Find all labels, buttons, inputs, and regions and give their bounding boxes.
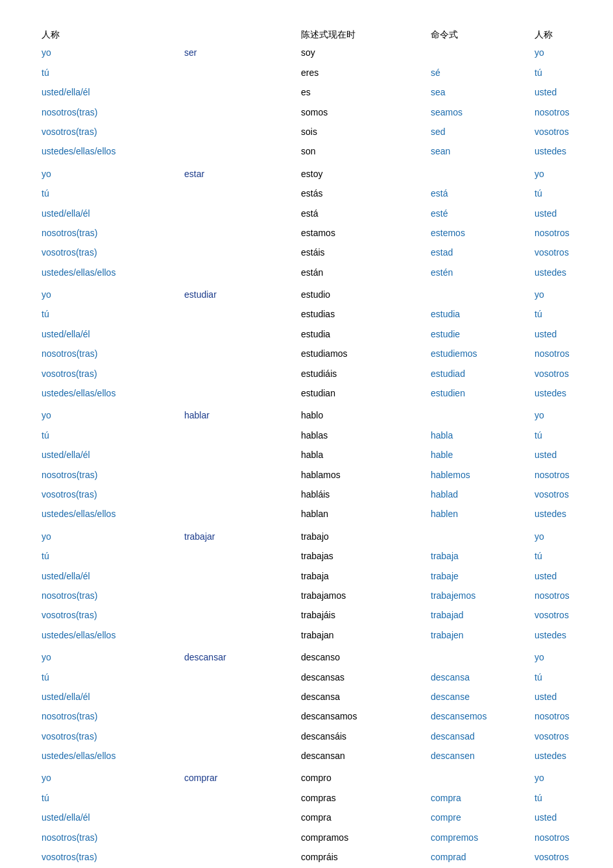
verb-name: hablar [182, 407, 298, 424]
irregular-label [39, 402, 182, 404]
pronoun-left: nosotros(tras) [39, 224, 182, 241]
pronoun-right: nosotros [532, 708, 597, 725]
verb-row-1-4: vosotros(tras)estáisestadvosotros [39, 244, 574, 263]
imperative-form: estudiemos [428, 345, 532, 362]
imperative-form: sed [428, 123, 532, 140]
indicative-form: está [298, 205, 428, 222]
verb-name [182, 244, 298, 261]
pronoun-right: tú [532, 427, 597, 444]
pronoun-right: ustedes [532, 747, 597, 764]
verb-row-3-2: usted/ella/élhablahableusted [39, 446, 574, 466]
pronoun-left: tú [39, 427, 182, 444]
pronoun-right: yo [532, 769, 597, 786]
verb-name [182, 306, 298, 322]
verb-name [182, 84, 298, 101]
indicative-form: hablamos [298, 466, 428, 483]
verb-row-0-1: túeressétú [39, 64, 574, 84]
verb-row-4-3: nosotros(tras)trabajamostrabajemosnosotr… [39, 587, 574, 607]
imperative-form: estemos [428, 224, 532, 241]
header-col3: 陈述式现在时 [298, 26, 428, 44]
verb-row-5-5: ustedes/ellas/ellosdescansandescansenust… [39, 747, 574, 767]
pronoun-left: nosotros(tras) [39, 345, 182, 362]
verb-row-3-0: yohablarhabloyo [39, 407, 574, 426]
verb-row-3-5: ustedes/ellas/elloshablanhablenustedes [39, 505, 574, 525]
imperative-form: descansen [428, 747, 532, 764]
irregular-label [39, 644, 182, 646]
verb-content: yosersoyyotúeressétúusted/ella/élesseaus… [39, 44, 574, 868]
imperative-form: estudie [428, 326, 532, 343]
indicative-form: trabajáis [298, 607, 428, 623]
verb-row-5-0: yodescansardescansoyo [39, 649, 574, 668]
imperative-form: sé [428, 64, 532, 81]
pronoun-right: nosotros [532, 224, 597, 241]
verb-name [182, 123, 298, 140]
verb-name: descansar [182, 649, 298, 666]
pronoun-right: usted [532, 688, 597, 705]
pronoun-right: nosotros [532, 104, 597, 121]
indicative-form: compráis [298, 849, 428, 865]
verb-name [182, 385, 298, 402]
pronoun-left: yo [39, 769, 182, 786]
indicative-form: descansan [298, 747, 428, 764]
verb-row-6-0: yocomprarcomproyo [39, 769, 574, 789]
indicative-form: es [298, 84, 428, 101]
verb-row-3-3: nosotros(tras)hablamoshablemosnosotros [39, 466, 574, 486]
verb-name [182, 365, 298, 382]
verb-row-4-2: usted/ella/éltrabajatrabajeusted [39, 568, 574, 587]
indicative-form: están [298, 264, 428, 281]
imperative-form: descansemos [428, 708, 532, 725]
pronoun-right: tú [532, 185, 597, 202]
pronoun-right: tú [532, 669, 597, 686]
verb-row-6-4: vosotros(tras)compráiscompradvosotros [39, 849, 574, 868]
verb-row-0-0: yosersoyyo [39, 44, 574, 64]
pronoun-left: vosotros(tras) [39, 365, 182, 382]
verb-row-2-5: ustedes/ellas/ellosestudianestudienusted… [39, 385, 574, 404]
imperative-form: compra [428, 790, 532, 806]
pronoun-left: yo [39, 286, 182, 303]
imperative-form: estén [428, 264, 532, 281]
indicative-form: habláis [298, 486, 428, 503]
imperative-form: estudien [428, 385, 532, 402]
indicative-form: estudias [298, 306, 428, 322]
verb-row-0-5: ustedes/ellas/ellossonseanustedes [39, 143, 574, 162]
header-col4: 命令式 [428, 26, 532, 44]
pronoun-left: usted/ella/él [39, 84, 182, 101]
indicative-form: soy [298, 44, 428, 61]
imperative-form [428, 649, 532, 666]
verb-row-4-0: yotrabajartrabajoyo [39, 528, 574, 548]
verb-name [182, 345, 298, 362]
pronoun-left: tú [39, 790, 182, 806]
verb-row-2-3: nosotros(tras)estudiamosestudiemosnosotr… [39, 345, 574, 365]
irregular-label [39, 764, 182, 767]
verb-name [182, 486, 298, 503]
pronoun-right: nosotros [532, 345, 597, 362]
pronoun-left: nosotros(tras) [39, 587, 182, 604]
imperative-form: sean [428, 143, 532, 160]
indicative-form: estás [298, 185, 428, 202]
imperative-form: trabaje [428, 568, 532, 585]
verb-name [182, 708, 298, 725]
indicative-form: compramos [298, 829, 428, 846]
verb-name: trabajar [182, 528, 298, 545]
pronoun-left: usted/ella/él [39, 688, 182, 705]
imperative-form [428, 165, 532, 182]
pronoun-left: nosotros(tras) [39, 829, 182, 846]
indicative-form: sois [298, 123, 428, 140]
header-col5: 人称 [532, 26, 597, 44]
imperative-form: comprad [428, 849, 532, 865]
imperative-form: trabajemos [428, 587, 532, 604]
pronoun-left: yo [39, 44, 182, 61]
indicative-form: compra [298, 809, 428, 826]
verb-row-5-2: usted/ella/éldescansadescanseusted [39, 688, 574, 708]
pronoun-left: usted/ella/él [39, 568, 182, 585]
pronoun-right: vosotros [532, 123, 597, 140]
indicative-form: trabajan [298, 627, 428, 644]
imperative-form: compre [428, 809, 532, 826]
verb-row-4-4: vosotros(tras)trabajáistrabajadvosotros [39, 607, 574, 626]
pronoun-left: vosotros(tras) [39, 849, 182, 865]
verb-row-2-4: vosotros(tras)estudiáisestudiadvosotros [39, 365, 574, 385]
verb-name: estar [182, 165, 298, 182]
verb-name [182, 64, 298, 81]
indicative-form: estudia [298, 326, 428, 343]
verb-name [182, 809, 298, 826]
